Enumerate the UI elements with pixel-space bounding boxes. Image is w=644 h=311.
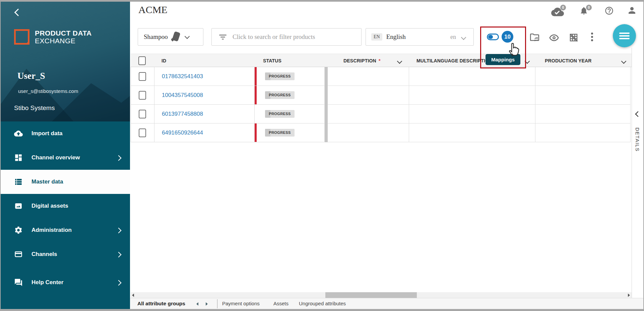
filter-icon	[219, 34, 227, 40]
column-filter-chevron[interactable]	[621, 59, 627, 64]
details-panel-label: DETAILS	[635, 127, 640, 152]
sidebar-item-channels[interactable]: Channels	[1, 242, 130, 266]
chevron-left-icon	[14, 9, 22, 16]
language-selector[interactable]: EN English en	[366, 28, 474, 46]
empty-cell	[535, 105, 631, 123]
product-search[interactable]	[211, 28, 362, 46]
sidebar-item-import-data[interactable]: Import data	[1, 121, 130, 146]
product-id-link[interactable]: 1004357545008	[162, 86, 203, 105]
table-empty-columns	[328, 67, 631, 142]
person-icon	[627, 5, 637, 15]
language-badge: EN	[371, 33, 382, 41]
tab-ungrouped-attributes[interactable]: Ungrouped attributes	[299, 298, 346, 309]
logo-line1: PRODUCT DATA	[35, 29, 92, 37]
column-filter-chevron[interactable]	[525, 59, 530, 64]
sidebar-item-administration[interactable]: Administration	[1, 218, 130, 242]
row-checkbox[interactable]	[139, 110, 146, 118]
sidebar-item-label: Master data	[31, 170, 63, 194]
product-id-link[interactable]: 6491650926644	[162, 123, 203, 142]
notifications-count-badge: 0	[586, 4, 592, 11]
dashboard-grid-icon	[14, 153, 23, 162]
language-code: en	[450, 34, 456, 41]
horizontal-scrollbar[interactable]	[131, 292, 632, 298]
chat-icon	[14, 278, 23, 287]
column-header-description[interactable]: DESCRIPTION*	[343, 54, 381, 67]
sidebar-item-help-center[interactable]: Help Center	[1, 270, 130, 295]
sidebar-header: PRODUCT DATA EXCHANGE User_S user_s@stib…	[1, 2, 130, 121]
empty-cell	[328, 67, 409, 86]
window-frame	[0, 0, 644, 2]
folder-sync-button[interactable]	[529, 33, 540, 42]
product-id-link[interactable]: 6013977458808	[162, 105, 203, 123]
sidebar-item-channel-overview[interactable]: Channel overview	[1, 146, 130, 170]
empty-cell	[409, 123, 535, 142]
folder-sync-icon	[529, 33, 540, 42]
account-button[interactable]	[627, 5, 637, 15]
tab-all-attribute-groups[interactable]: All attribute groups	[137, 298, 185, 309]
user-email: user_s@stibosystems.com	[18, 88, 78, 94]
more-options-button[interactable]	[591, 32, 593, 42]
vertical-scrollbar[interactable]	[324, 67, 328, 142]
shampoo-bottle-icon	[171, 31, 182, 43]
mappings-toggle-icon[interactable]	[487, 34, 499, 40]
required-marker: *	[379, 58, 381, 63]
category-dropdown[interactable]: Shampoo	[138, 28, 203, 46]
sidebar-item-label: Import data	[31, 121, 63, 146]
table-row: 6013977458808 PROGRESS	[131, 105, 324, 123]
tab-scroll-left-icon[interactable]	[196, 302, 198, 306]
table-row: 1004357545008 PROGRESS	[131, 86, 324, 105]
chevron-right-icon	[116, 280, 122, 286]
chevron-down-icon	[461, 35, 466, 40]
hamburger-icon	[619, 33, 630, 34]
empty-cell	[409, 105, 535, 123]
sidebar-item-label: Channels	[31, 242, 57, 266]
preview-button[interactable]	[549, 34, 559, 42]
collapse-sidebar-button[interactable]	[15, 10, 23, 18]
scrollbar-thumb[interactable]	[325, 292, 417, 298]
details-panel-expander[interactable]: DETAILS	[632, 48, 643, 298]
select-all-checkbox[interactable]	[138, 56, 146, 65]
empty-cell	[328, 105, 409, 123]
sync-count-badge: 0	[560, 4, 566, 11]
row-checkbox[interactable]	[139, 72, 146, 81]
gear-icon	[14, 226, 23, 235]
card-icon	[14, 250, 23, 259]
empty-cell	[328, 123, 409, 142]
column-header-multilanguage[interactable]: MULTILANGUAGE DESCRIPTION	[416, 54, 492, 67]
column-header-status[interactable]: STATUS	[263, 54, 281, 67]
tab-payment-options[interactable]: Payment options	[222, 298, 260, 309]
chevron-right-icon	[116, 155, 122, 161]
column-header-id[interactable]: ID	[162, 54, 166, 67]
product-id-link[interactable]: 0178632541403	[162, 67, 203, 86]
status-badge: PROGRESS	[265, 91, 295, 99]
sidebar-item-master-data[interactable]: Master data	[1, 170, 130, 194]
grid-view-toggle-button[interactable]	[569, 33, 579, 43]
tab-scroll-right-icon[interactable]	[206, 302, 208, 306]
column-header-production-year[interactable]: PRODUCTION YEAR	[545, 54, 592, 67]
table-header: ID STATUS DESCRIPTION* MULTILANGUAGE DES…	[131, 54, 632, 67]
logo-square-icon	[14, 29, 29, 45]
image-icon	[14, 202, 23, 210]
sidebar-item-digital-assets[interactable]: Digital assets	[1, 194, 130, 218]
status-alert-bar	[255, 86, 257, 104]
sidebar-item-label: Administration	[31, 218, 72, 242]
table-row: 6491650926644 PROGRESS	[131, 123, 324, 142]
row-checkbox[interactable]	[139, 91, 146, 100]
status-badge: PROGRESS	[265, 129, 295, 137]
column-filter-chevron[interactable]	[397, 59, 402, 64]
status-badge: PROGRESS	[265, 72, 295, 80]
search-input[interactable]	[232, 33, 354, 41]
scroll-left-icon[interactable]	[132, 294, 134, 297]
main-menu-fab[interactable]	[613, 24, 636, 47]
chevron-down-icon	[185, 34, 190, 39]
sidebar-item-label: Channel overview	[31, 146, 80, 170]
row-checkbox[interactable]	[139, 128, 146, 137]
hand-cursor-icon	[507, 41, 521, 57]
logo-line2: EXCHANGE	[35, 37, 92, 45]
status-alert-bar	[255, 123, 257, 142]
window-frame	[0, 0, 1, 311]
tab-assets[interactable]: Assets	[273, 298, 288, 309]
help-button[interactable]	[604, 6, 614, 15]
empty-cell	[409, 86, 535, 105]
scroll-right-icon[interactable]	[628, 294, 630, 297]
